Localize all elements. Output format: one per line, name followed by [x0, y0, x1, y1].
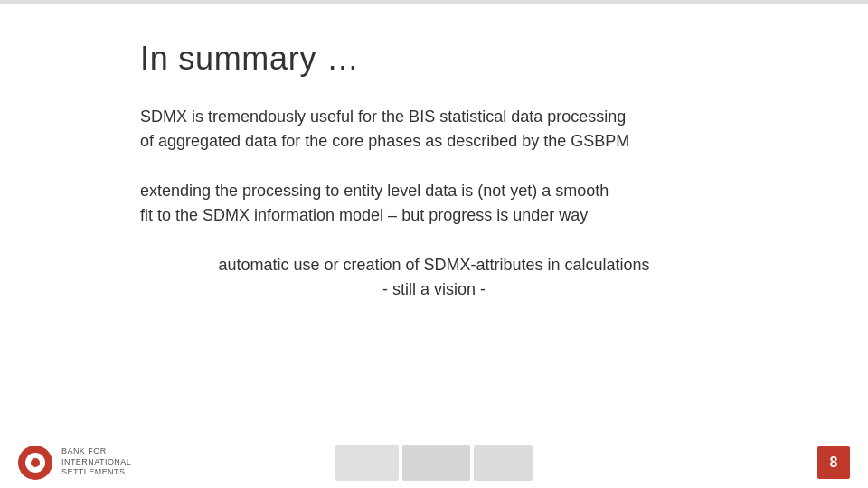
logo-line3: SETTLEMENTS: [61, 467, 125, 476]
slide: In summary … SDMX is tremendously useful…: [0, 0, 868, 488]
bullet-2-line1: extending the processing to entity level…: [140, 179, 728, 203]
footer-image-2: [402, 445, 470, 481]
bullet-3-line1: automatic use or creation of SDMX-attrib…: [140, 253, 728, 277]
bullet-3-line2: - still a vision -: [140, 277, 728, 302]
logo-line1: BANK FOR: [61, 446, 107, 455]
slide-content: In summary … SDMX is tremendously useful…: [0, 4, 868, 436]
footer-image-3: [474, 445, 533, 481]
slide-title: In summary …: [140, 40, 728, 78]
footer-images: [335, 445, 533, 481]
logo-line2: INTERNATIONAL: [61, 457, 131, 466]
bullet-1-line2: of aggregated data for the core phases a…: [140, 129, 728, 154]
bullet-section-1: SDMX is tremendously useful for the BIS …: [140, 105, 728, 154]
logo-circle: [18, 446, 52, 480]
footer-logo: BANK FOR INTERNATIONAL SETTLEMENTS: [18, 446, 131, 480]
bullet-section-3: automatic use or creation of SDMX-attrib…: [140, 253, 728, 302]
footer-image-1: [335, 445, 399, 481]
logo-text: BANK FOR INTERNATIONAL SETTLEMENTS: [61, 446, 131, 478]
bullet-section-2: extending the processing to entity level…: [140, 179, 728, 228]
slide-footer: BANK FOR INTERNATIONAL SETTLEMENTS 8: [0, 436, 868, 488]
logo-dot: [31, 458, 40, 467]
bullet-1-line1: SDMX is tremendously useful for the BIS …: [140, 105, 728, 129]
page-number: 8: [817, 446, 850, 479]
bullet-2-line2: fit to the SDMX information model – but …: [140, 203, 728, 228]
